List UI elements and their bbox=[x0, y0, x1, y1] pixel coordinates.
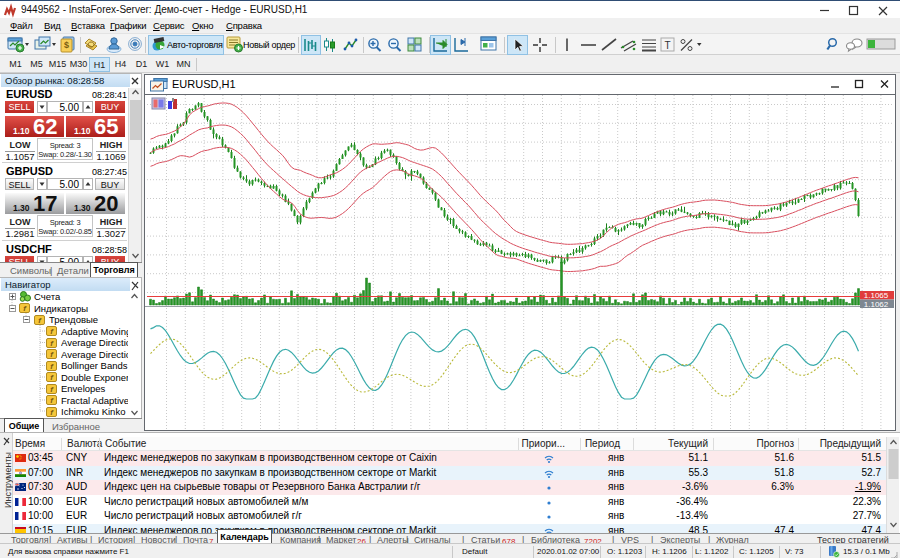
svg-text:T: T bbox=[664, 40, 670, 51]
svg-text:1.1062: 1.1062 bbox=[864, 300, 889, 309]
svg-text:Авто-торговля: Авто-торговля bbox=[167, 40, 223, 50]
svg-text:$: $ bbox=[64, 40, 69, 50]
svg-text:Новый ордер: Новый ордер bbox=[243, 40, 295, 50]
